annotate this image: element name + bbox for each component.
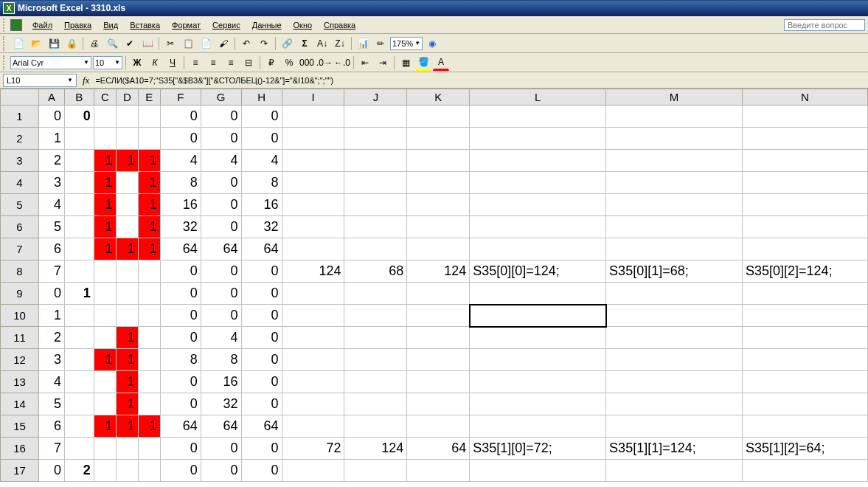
cell-G15[interactable]: 64 xyxy=(201,415,241,438)
cell-I14[interactable] xyxy=(282,393,344,415)
cell-N16[interactable]: S35[1][2]=64; xyxy=(742,438,867,460)
cell-A17[interactable]: 0 xyxy=(38,460,64,482)
cell-H15[interactable]: 64 xyxy=(241,415,282,438)
column-header-H[interactable]: H xyxy=(241,89,282,106)
cell-H13[interactable]: 0 xyxy=(241,371,282,393)
cell-L11[interactable] xyxy=(470,327,606,349)
cell-A15[interactable]: 6 xyxy=(38,415,64,438)
format-painter-icon[interactable]: 🖌 xyxy=(215,35,232,52)
cell-K5[interactable] xyxy=(407,194,470,216)
cell-F7[interactable]: 64 xyxy=(160,238,201,260)
cell-B17[interactable]: 2 xyxy=(64,460,94,482)
cell-A12[interactable]: 3 xyxy=(38,349,64,371)
font-size-combo[interactable]: 10▼ xyxy=(93,56,122,69)
cell-G12[interactable]: 8 xyxy=(201,349,241,371)
sort-asc-icon[interactable]: A↓ xyxy=(314,35,330,52)
cell-J1[interactable] xyxy=(344,106,407,128)
cell-B6[interactable] xyxy=(64,216,94,238)
cell-K3[interactable] xyxy=(407,150,470,172)
sort-desc-icon[interactable]: Z↓ xyxy=(332,35,348,52)
cell-J15[interactable] xyxy=(344,415,407,438)
cell-E6[interactable]: 1 xyxy=(138,216,160,238)
cell-K14[interactable] xyxy=(407,393,470,415)
column-header-M[interactable]: M xyxy=(606,89,743,106)
cell-F9[interactable]: 0 xyxy=(160,283,201,305)
cell-M15[interactable] xyxy=(606,415,743,438)
cell-C14[interactable] xyxy=(94,393,116,415)
cell-J5[interactable] xyxy=(344,194,407,216)
help-search-input[interactable] xyxy=(784,19,865,31)
cell-E17[interactable] xyxy=(138,460,160,482)
cell-D14[interactable]: 1 xyxy=(116,393,138,415)
cell-D11[interactable]: 1 xyxy=(116,327,138,349)
row-header[interactable]: 1 xyxy=(1,106,39,128)
cell-K15[interactable] xyxy=(407,415,470,438)
cell-D12[interactable]: 1 xyxy=(116,349,138,371)
cell-G11[interactable]: 4 xyxy=(201,327,241,349)
row-header[interactable]: 15 xyxy=(1,415,39,438)
cell-M4[interactable] xyxy=(606,172,743,194)
cell-K6[interactable] xyxy=(407,216,470,238)
column-header-N[interactable]: N xyxy=(742,89,867,106)
decrease-decimal-icon[interactable]: ←.0 xyxy=(334,55,350,71)
drawing-icon[interactable]: ✏ xyxy=(372,35,389,52)
underline-icon[interactable]: Ч xyxy=(164,55,181,71)
column-header-E[interactable]: E xyxy=(138,89,160,106)
cell-L17[interactable] xyxy=(470,460,606,482)
cell-I13[interactable] xyxy=(282,371,344,393)
spellcheck-icon[interactable]: ✔ xyxy=(122,35,138,52)
cell-N11[interactable] xyxy=(742,327,867,349)
cell-N3[interactable] xyxy=(742,150,867,172)
column-header-G[interactable]: G xyxy=(201,89,241,106)
cell-B2[interactable] xyxy=(64,128,94,150)
cell-L13[interactable] xyxy=(470,371,606,393)
merge-icon[interactable]: ⊟ xyxy=(240,55,257,71)
cell-F8[interactable]: 0 xyxy=(160,260,201,283)
cell-F5[interactable]: 16 xyxy=(160,194,201,216)
cell-E3[interactable]: 1 xyxy=(138,150,160,172)
cell-F6[interactable]: 32 xyxy=(160,216,201,238)
cell-M12[interactable] xyxy=(606,349,743,371)
cell-N5[interactable] xyxy=(742,194,867,216)
menu-edit[interactable]: Правка xyxy=(58,18,97,32)
permissions-icon[interactable]: 🔒 xyxy=(63,35,80,52)
cell-C3[interactable]: 1 xyxy=(94,150,116,172)
cell-B13[interactable] xyxy=(64,371,94,393)
row-header[interactable]: 5 xyxy=(1,194,39,216)
print-icon[interactable]: 🖨 xyxy=(86,35,103,52)
cell-M13[interactable] xyxy=(606,371,743,393)
undo-icon[interactable]: ↶ xyxy=(238,35,254,52)
cell-D4[interactable] xyxy=(116,172,138,194)
cell-G17[interactable]: 0 xyxy=(201,460,241,482)
cell-C12[interactable]: 1 xyxy=(94,349,116,371)
cell-C7[interactable]: 1 xyxy=(94,238,116,260)
increase-indent-icon[interactable]: ⇥ xyxy=(375,55,391,71)
cell-J17[interactable] xyxy=(344,460,407,482)
cell-N6[interactable] xyxy=(742,216,867,238)
cell-I8[interactable]: 124 xyxy=(282,260,344,283)
cell-C4[interactable]: 1 xyxy=(94,172,116,194)
cell-M11[interactable] xyxy=(606,327,743,349)
cell-I2[interactable] xyxy=(282,128,344,150)
menu-data[interactable]: Данные xyxy=(246,18,288,32)
cell-H3[interactable]: 4 xyxy=(241,150,282,172)
cell-N17[interactable] xyxy=(742,460,867,482)
cell-M3[interactable] xyxy=(606,150,743,172)
cell-H8[interactable]: 0 xyxy=(241,260,282,283)
cell-B4[interactable] xyxy=(64,172,94,194)
cell-M14[interactable] xyxy=(606,393,743,415)
cell-G14[interactable]: 32 xyxy=(201,393,241,415)
cell-L7[interactable] xyxy=(470,238,606,260)
row-header[interactable]: 14 xyxy=(1,393,39,415)
font-combo[interactable]: Arial Cyr▼ xyxy=(10,56,91,69)
cell-E15[interactable]: 1 xyxy=(138,415,160,438)
cell-C10[interactable] xyxy=(94,305,116,327)
cell-J10[interactable] xyxy=(344,305,407,327)
cell-N10[interactable] xyxy=(742,305,867,327)
menu-tools[interactable]: Сервис xyxy=(206,18,246,32)
cell-E9[interactable] xyxy=(138,283,160,305)
cell-E13[interactable] xyxy=(138,371,160,393)
menu-window[interactable]: Окно xyxy=(288,18,319,32)
excel-doc-icon[interactable] xyxy=(10,19,22,31)
cell-C9[interactable] xyxy=(94,283,116,305)
